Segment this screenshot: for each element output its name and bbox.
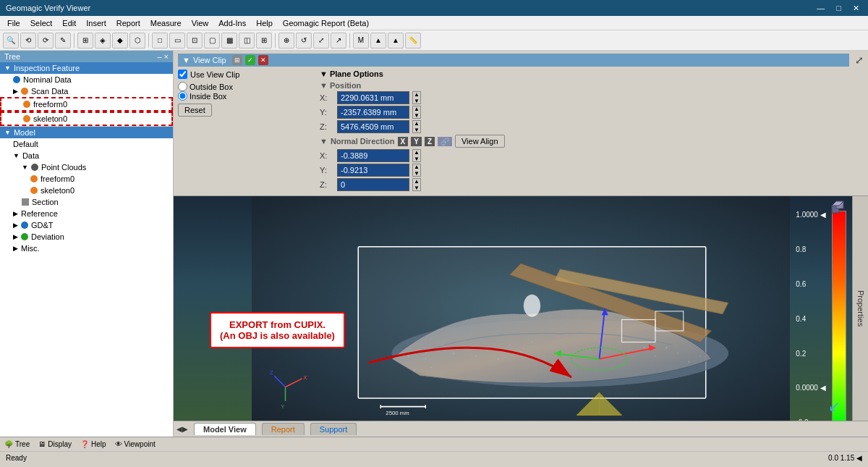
toolbar-btn-select[interactable]: ↗ [331, 33, 346, 49]
tree-item-skeleton0[interactable]: skeleton0 [0, 112, 173, 126]
plane-collapse: ▼ [320, 70, 328, 78]
tree-item-scan-data[interactable]: ▶ Scan Data [0, 85, 173, 97]
tree-item-pc-skeleton0[interactable]: skeleton0 [0, 185, 173, 196]
x-input[interactable] [337, 91, 409, 104]
menu-edit[interactable]: Edit [58, 18, 80, 28]
panel-icon-close[interactable]: ✕ [258, 55, 268, 65]
toolbar-btn-scale[interactable]: ⤢ [313, 33, 329, 49]
y-spin[interactable]: ▲▼ [412, 106, 421, 119]
position-label: Position [330, 81, 361, 90]
use-view-clip-label: Use View Clip [190, 70, 239, 79]
tab-support[interactable]: Support [310, 423, 357, 435]
toolbar-btn-diamond[interactable]: ◈ [95, 33, 111, 49]
ny-spin[interactable]: ▲▼ [412, 164, 421, 177]
link-btn-icon[interactable]: 🔗 [438, 137, 452, 146]
toolbar-btn-box4[interactable]: ▢ [204, 33, 220, 49]
svg-point-20 [442, 345, 443, 346]
x-spin[interactable]: ▲▼ [412, 91, 421, 104]
toolbar-btn-3[interactable]: ⟳ [38, 33, 54, 49]
tab-model-view[interactable]: Model View [194, 423, 256, 435]
use-view-clip-checkbox[interactable] [178, 70, 187, 79]
nav-icon[interactable] [830, 200, 846, 216]
pc-freeform0-label: freeform0 [41, 174, 75, 183]
toolbar-btn-m1[interactable]: M [353, 33, 369, 49]
tree-item-data[interactable]: ▼ Data [0, 150, 173, 161]
toolbar-btn-box[interactable]: □ [152, 33, 168, 49]
menu-select[interactable]: Select [26, 18, 57, 28]
z-spin[interactable]: ▲▼ [412, 120, 421, 133]
nx-spin[interactable]: ▲▼ [412, 149, 421, 162]
tree-item-deviation[interactable]: ▶ Deviation [0, 231, 173, 243]
z-input[interactable] [337, 120, 409, 133]
toolbar-btn-rotate[interactable]: ↺ [296, 33, 312, 49]
outside-box-option[interactable]: Outside Box [178, 82, 308, 91]
menu-measure[interactable]: Measure [146, 18, 186, 28]
toolbar-btn-1[interactable]: 🔍 [3, 33, 19, 49]
panel-icon-1[interactable]: ⊞ [232, 55, 242, 65]
tree-item-default[interactable]: Default [0, 138, 173, 150]
menu-view[interactable]: View [187, 18, 213, 28]
tree-section-model[interactable]: ▼ Model [0, 127, 173, 138]
toolbar-btn-pentagon[interactable]: ⬡ [129, 33, 145, 49]
nz-spin[interactable]: ▲▼ [412, 178, 421, 191]
tree-item-gdt[interactable]: ▶ GD&T [0, 219, 173, 231]
help-btn[interactable]: ❓ Help [80, 440, 106, 448]
y-axis-btn[interactable]: Y [411, 137, 422, 146]
menu-report[interactable]: Report [112, 18, 145, 28]
svg-point-22 [464, 347, 466, 348]
expand-viewport-icon[interactable]: ⤢ [855, 54, 864, 66]
toolbar-btn-grid[interactable]: ⊞ [77, 33, 93, 49]
viewport[interactable]: 2500 mm X Z Y [174, 196, 868, 421]
viewpoint-btn[interactable]: 👁 Viewpoint [115, 440, 156, 448]
tree-item-pc-freeform0[interactable]: freeform0 [0, 173, 173, 185]
navigate-bottom-arrow[interactable]: ↙ [828, 397, 841, 415]
outside-radio[interactable] [178, 82, 187, 91]
toolbar-btn-box5[interactable]: ▩ [221, 33, 237, 49]
close-btn[interactable]: ✕ [850, 4, 862, 13]
menu-addins[interactable]: Add-Ins [214, 18, 250, 28]
minimize-btn[interactable]: — [814, 4, 827, 13]
maximize-btn[interactable]: □ [833, 4, 844, 13]
menu-help[interactable]: Help [252, 18, 277, 28]
toolbar-btn-box7[interactable]: ⊞ [256, 33, 272, 49]
toolbar-btn-box3[interactable]: ⊡ [187, 33, 203, 49]
scale-6: 0.0000 ◀ [796, 384, 828, 392]
window-controls[interactable]: — □ ✕ [814, 4, 862, 13]
toolbar-btn-box6[interactable]: ◫ [239, 33, 255, 49]
tree-item-section[interactable]: Section [0, 196, 173, 208]
toolbar-btn-m2[interactable]: ▲ [370, 33, 386, 49]
display-btn[interactable]: 🖥 Display [38, 440, 72, 448]
inside-box-option[interactable]: Inside Box [178, 91, 308, 101]
toolbar-btn-4[interactable]: ✎ [55, 33, 71, 49]
menu-insert[interactable]: Insert [82, 18, 111, 28]
nx-input[interactable] [337, 149, 409, 162]
inside-radio[interactable] [178, 91, 187, 101]
statusbar: Ready 0.0 1.15 ◀ [0, 451, 868, 464]
reset-btn[interactable]: Reset [178, 104, 212, 117]
toolbar-btn-m3[interactable]: ▲ [388, 33, 404, 49]
tree-item-freeform0[interactable]: freeform0 [0, 97, 173, 112]
view-align-btn[interactable]: View Align [455, 135, 505, 148]
y-input[interactable] [337, 106, 409, 119]
toolbar-btn-ruler[interactable]: 📏 [405, 33, 421, 49]
nz-input[interactable] [337, 178, 409, 191]
z-axis-btn[interactable]: Z [425, 137, 435, 146]
tree-item-misc[interactable]: ▶ Misc. [0, 243, 173, 254]
x-axis-btn[interactable]: X [398, 137, 409, 146]
toolbar-btn-box2[interactable]: ▭ [169, 33, 185, 49]
menu-file[interactable]: File [3, 18, 25, 28]
ny-input[interactable] [337, 164, 409, 177]
tree-item-point-clouds[interactable]: ▼ Point Clouds [0, 161, 173, 173]
tree-item-reference[interactable]: ▶ Reference [0, 208, 173, 219]
toolbar-btn-2[interactable]: ⟲ [20, 33, 36, 49]
tab-report[interactable]: Report [262, 423, 305, 435]
bottom-sep-left: ◀▶ [176, 425, 188, 433]
tree-section-inspection-label: Inspection Feature [14, 64, 80, 72]
toolbar-btn-diamond2[interactable]: ◆ [112, 33, 128, 49]
menu-geomagic-report[interactable]: Geomagic Report (Beta) [278, 18, 373, 28]
tree-item-nominal-data[interactable]: Nominal Data [0, 74, 173, 85]
toolbar-btn-move[interactable]: ⊕ [278, 33, 294, 49]
tree-section-inspection[interactable]: ▼ Inspection Feature [0, 62, 173, 74]
tree-btn[interactable]: 🌳 Tree [4, 440, 30, 448]
panel-icon-check[interactable]: ✓ [245, 55, 255, 65]
